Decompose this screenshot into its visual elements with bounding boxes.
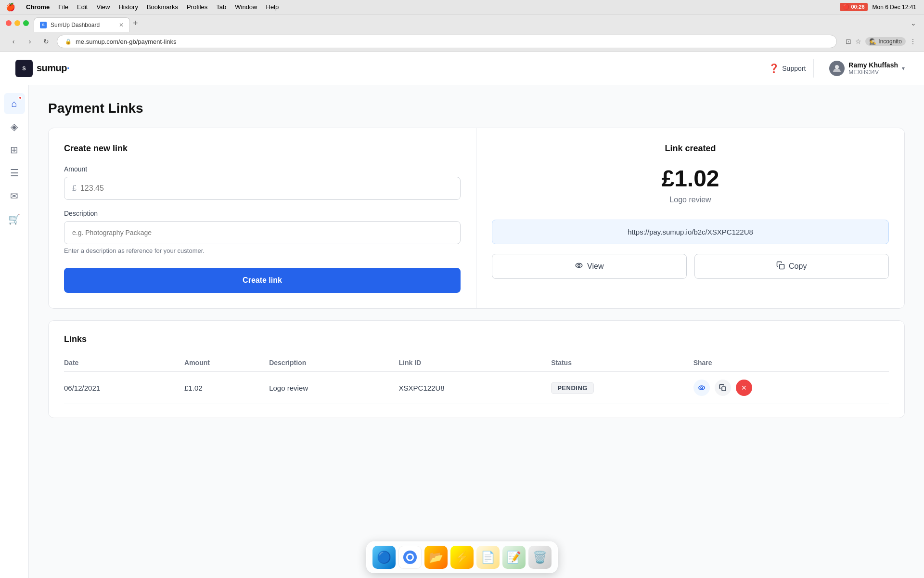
row-view-button[interactable]	[693, 380, 710, 396]
dock-files[interactable]: 📂	[424, 546, 448, 569]
row-status: PENDING	[551, 372, 693, 404]
new-tab-button[interactable]: +	[133, 19, 138, 27]
description-group: Description Enter a description as refer…	[64, 210, 461, 254]
header-logo-text: sumup·	[37, 63, 69, 74]
page-title: Payment Links	[48, 101, 905, 116]
active-tab[interactable]: S SumUp Dashboard ✕	[34, 17, 130, 32]
menu-tab[interactable]: Tab	[216, 3, 226, 11]
currency-symbol: £	[72, 184, 77, 193]
address-bar: ‹ › ↻ 🔒 me.sumup.com/en-gb/payment-links…	[0, 32, 924, 51]
row-copy-button[interactable]	[715, 380, 731, 396]
payment-links-card: Create new link Amount £ Description En	[48, 128, 905, 309]
svg-point-3	[576, 263, 582, 268]
cards-icon: ◈	[11, 121, 18, 132]
back-button[interactable]: ‹	[8, 36, 19, 47]
dock-lightning[interactable]: ⚡	[450, 546, 474, 569]
menu-view[interactable]: View	[96, 3, 110, 11]
support-label: Support	[782, 65, 806, 72]
notification-dot	[18, 96, 22, 100]
row-share: ✕	[693, 372, 889, 404]
amount-group: Amount £	[64, 165, 461, 200]
menu-profiles[interactable]: Profiles	[187, 3, 207, 11]
row-date: 06/12/2021	[64, 372, 184, 404]
menu-bar: 🍎 Chrome File Edit View History Bookmark…	[0, 0, 924, 14]
description-hint: Enter a description as reference for you…	[64, 247, 461, 254]
bookmark-icon[interactable]: ☆	[855, 38, 861, 45]
tab-title: SumUp Dashboard	[51, 22, 115, 28]
table-header: Date Amount Description Link ID Status S…	[64, 354, 889, 372]
create-link-button[interactable]: Create link	[64, 268, 461, 293]
links-table: Date Amount Description Link ID Status S…	[64, 354, 889, 404]
menu-history[interactable]: History	[118, 3, 138, 11]
copy-link-button[interactable]: Copy	[694, 254, 889, 279]
header-logo: S sumup·	[15, 60, 69, 77]
dock-chrome[interactable]	[398, 546, 422, 569]
dock-finder[interactable]: 🔵	[372, 546, 396, 569]
address-text: me.sumup.com/en-gb/payment-links	[76, 38, 177, 45]
apple-menu[interactable]: 🍎	[6, 2, 15, 12]
create-link-panel: Create new link Amount £ Description En	[49, 128, 476, 308]
row-description: Logo review	[269, 372, 398, 404]
maximize-window-button[interactable]	[23, 20, 29, 26]
link-created-panel: Link created £1.02 Logo review https://p…	[476, 128, 904, 308]
cast-icon[interactable]: ⊡	[846, 38, 851, 45]
forward-button[interactable]: ›	[24, 36, 36, 47]
row-delete-button[interactable]: ✕	[736, 380, 752, 396]
messages-icon: ✉	[10, 190, 18, 202]
sidebar-item-reports[interactable]: ☰	[4, 162, 25, 184]
view-btn-label: View	[587, 262, 603, 271]
dock-trash[interactable]: 🗑️	[528, 546, 552, 569]
sumup-logo-icon: S	[15, 60, 33, 77]
menu-window[interactable]: Window	[235, 3, 257, 11]
sidebar-item-shop[interactable]: 🛒	[4, 209, 25, 230]
datetime: Mon 6 Dec 12:41	[873, 4, 916, 11]
app-name[interactable]: Chrome	[26, 3, 50, 11]
user-name: Ramy Khuffash	[848, 61, 898, 69]
dock-notes[interactable]: 📄	[476, 546, 500, 569]
svg-rect-8	[722, 387, 726, 391]
incognito-icon: 🕵	[869, 38, 876, 45]
browser-menu-button[interactable]: ⋮	[910, 38, 916, 45]
links-table-card: Links Date Amount Description Link ID St…	[48, 320, 905, 418]
menu-help[interactable]: Help	[266, 3, 279, 11]
amount-label: Amount	[64, 165, 461, 173]
sidebar: ⌂ ◈ ⊞ ☰ ✉ 🛒	[0, 85, 29, 578]
minimize-window-button[interactable]	[14, 20, 20, 26]
reload-button[interactable]: ↻	[40, 36, 52, 47]
user-avatar	[829, 61, 845, 76]
tab-list-button[interactable]: ⌄	[911, 19, 916, 27]
close-window-button[interactable]	[6, 20, 12, 26]
tab-close-button[interactable]: ✕	[119, 22, 124, 28]
row-link-id: XSXPC122U8	[399, 372, 552, 404]
view-link-button[interactable]: View	[492, 254, 687, 279]
menu-edit[interactable]: Edit	[77, 3, 88, 11]
link-url-box: https://pay.sumup.io/b2c/XSXPC122U8	[492, 220, 889, 244]
svg-point-2	[835, 65, 839, 69]
traffic-lights	[6, 20, 29, 26]
sidebar-item-dashboard[interactable]: ⊞	[4, 139, 25, 160]
question-icon: ❓	[769, 63, 779, 74]
amount-input-wrapper[interactable]: £	[64, 177, 461, 200]
description-input[interactable]	[64, 221, 461, 244]
user-chevron-icon: ▾	[902, 65, 905, 72]
browser-chrome: S SumUp Dashboard ✕ + ⌄ ‹ › ↻ 🔒 me.sumup…	[0, 14, 924, 52]
dock-script[interactable]: 📝	[502, 546, 526, 569]
top-header: S sumup· ❓ Support Ramy Khuffash MEXH934…	[0, 52, 924, 85]
amount-input[interactable]	[80, 184, 452, 193]
links-table-title: Links	[64, 334, 889, 344]
sidebar-item-cards[interactable]: ◈	[4, 116, 25, 137]
reports-icon: ☰	[10, 167, 19, 179]
sidebar-item-messages[interactable]: ✉	[4, 185, 25, 207]
home-icon: ⌂	[11, 98, 17, 109]
menu-bookmarks[interactable]: Bookmarks	[147, 3, 178, 11]
user-id: MEXH934V	[848, 69, 898, 76]
menu-file[interactable]: File	[58, 3, 68, 11]
shop-icon: 🛒	[8, 213, 20, 225]
description-label: Description	[64, 210, 461, 217]
svg-point-7	[701, 387, 703, 389]
address-input[interactable]: 🔒 me.sumup.com/en-gb/payment-links	[57, 35, 837, 48]
user-section[interactable]: Ramy Khuffash MEXH934V ▾	[825, 59, 909, 78]
sidebar-item-home[interactable]: ⌂	[4, 93, 25, 114]
incognito-badge: 🕵 Incognito	[865, 37, 906, 46]
support-button[interactable]: ❓ Support	[761, 59, 814, 78]
